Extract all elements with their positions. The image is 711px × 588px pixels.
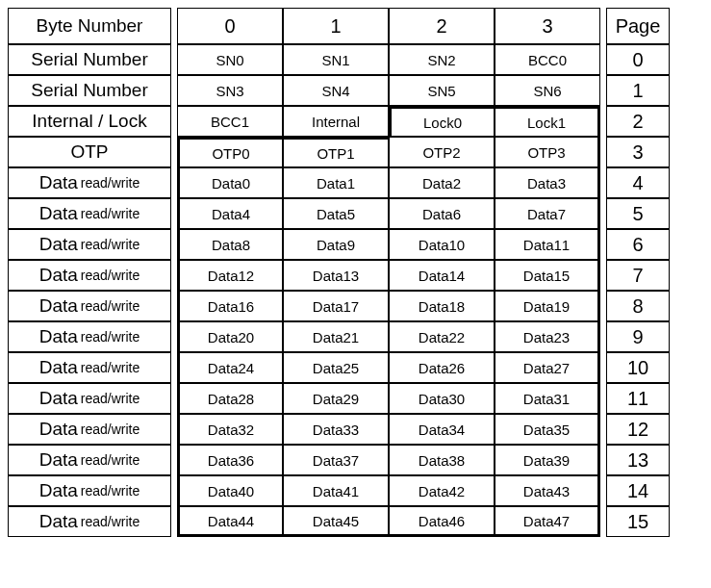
byte-cell: Data27 (495, 352, 600, 383)
row-label-sub: read/write (81, 514, 140, 529)
row-label: OTP (8, 137, 171, 167)
row-label: Dataread/write (8, 291, 171, 321)
page-cell: 5 (606, 198, 670, 229)
label-column: Byte Number Serial NumberSerial NumberIn… (8, 8, 171, 537)
row-label-sub: read/write (81, 483, 140, 499)
row-label: Dataread/write (8, 260, 171, 291)
byte-row: Data44Data45Data46Data47 (177, 506, 600, 537)
byte-cell: Data11 (495, 229, 600, 260)
page-cell: 1 (606, 75, 670, 106)
row-label: Dataread/write (8, 475, 171, 506)
byte-cell: Data40 (177, 475, 283, 506)
row-label-main: Data (39, 419, 78, 440)
byte-header-1: 1 (283, 8, 389, 44)
byte-cell: Data39 (495, 445, 600, 475)
byte-row: Data4Data5Data6Data7 (177, 198, 600, 229)
row-label-main: Data (39, 357, 78, 378)
byte-cell: Data47 (495, 506, 600, 537)
byte-cell: SN6 (495, 75, 600, 106)
byte-cell: BCC0 (495, 44, 600, 75)
byte-cell: Lock0 (389, 106, 495, 137)
byte-row: Data8Data9Data10Data11 (177, 229, 600, 260)
byte-cell: Data30 (389, 383, 495, 414)
byte-row: OTP0OTP1OTP2OTP3 (177, 137, 600, 167)
byte-cell: Data5 (283, 198, 389, 229)
row-label-sub: read/write (81, 175, 140, 191)
byte-cell: OTP2 (389, 137, 495, 167)
byte-row: Data12Data13Data14Data15 (177, 260, 600, 291)
page-cell: 11 (606, 383, 670, 414)
byte-row: Data40Data41Data42Data43 (177, 475, 600, 506)
row-label-main: OTP (70, 141, 108, 163)
byte-cell: Data43 (495, 475, 600, 506)
page-cell: 13 (606, 445, 670, 475)
row-label-main: Data (39, 449, 78, 471)
row-label-main: Data (39, 480, 78, 501)
page-cell: 12 (606, 414, 670, 445)
row-label-sub: read/write (81, 206, 140, 221)
byte-cell: Data36 (177, 445, 283, 475)
byte-cell: Data0 (177, 167, 283, 198)
row-label-main: Data (39, 326, 78, 347)
byte-row: SN3SN4SN5SN6 (177, 75, 600, 106)
byte-cell: Data31 (495, 383, 600, 414)
byte-cell: SN0 (177, 44, 283, 75)
row-label-main: Data (39, 172, 78, 193)
page-cell: 3 (606, 137, 670, 167)
row-label: Dataread/write (8, 383, 171, 414)
row-label: Dataread/write (8, 506, 171, 537)
byte-cell: Data22 (389, 321, 495, 352)
byte-row: Data36Data37Data38Data39 (177, 445, 600, 475)
byte-cell: SN1 (283, 44, 389, 75)
page-cell: 6 (606, 229, 670, 260)
page-cell: 4 (606, 167, 670, 198)
page-cell: 8 (606, 291, 670, 321)
page-cell: 15 (606, 506, 670, 537)
byte-cell: Data38 (389, 445, 495, 475)
byte-cell: Data16 (177, 291, 283, 321)
row-label-sub: read/write (81, 422, 140, 437)
byte-cell: Data37 (283, 445, 389, 475)
row-label-main: Serial Number (31, 49, 147, 70)
page-cell: 14 (606, 475, 670, 506)
byte-cell: Data28 (177, 383, 283, 414)
byte-cell: Data17 (283, 291, 389, 321)
byte-cell: Data3 (495, 167, 600, 198)
byte-row: Data28Data29Data30Data31 (177, 383, 600, 414)
row-label-sub: read/write (81, 452, 140, 468)
row-label-main: Data (39, 295, 78, 317)
row-label: Dataread/write (8, 321, 171, 352)
row-label-sub: read/write (81, 391, 140, 406)
byte-cell: Data9 (283, 229, 389, 260)
row-label: Serial Number (8, 44, 171, 75)
page-cell: 10 (606, 352, 670, 383)
row-label-main: Data (39, 388, 78, 409)
byte-cell: Data10 (389, 229, 495, 260)
byte-cell: Data4 (177, 198, 283, 229)
byte-cell: Data7 (495, 198, 600, 229)
byte-cell: OTP1 (283, 137, 389, 167)
row-label: Internal / Lock (8, 106, 171, 137)
page-header: Page (606, 8, 670, 44)
row-label: Dataread/write (8, 445, 171, 475)
byte-row: SN0SN1SN2BCC0 (177, 44, 600, 75)
byte-header-0: 0 (177, 8, 283, 44)
row-label-sub: read/write (81, 298, 140, 314)
byte-header-2: 2 (389, 8, 495, 44)
row-label-sub: read/write (81, 237, 140, 252)
page-cell: 0 (606, 44, 670, 75)
byte-cell: SN5 (389, 75, 495, 106)
byte-cell: OTP0 (177, 137, 283, 167)
byte-cell: SN2 (389, 44, 495, 75)
row-label: Dataread/write (8, 198, 171, 229)
byte-cell: Internal (283, 106, 389, 137)
byte-cell: Data46 (389, 506, 495, 537)
byte-columns: 0123 SN0SN1SN2BCC0SN3SN4SN5SN6BCC1Intern… (177, 8, 600, 537)
row-label: Dataread/write (8, 167, 171, 198)
byte-cell: Data13 (283, 260, 389, 291)
byte-cell: Data18 (389, 291, 495, 321)
row-label: Dataread/write (8, 229, 171, 260)
byte-cell: Data34 (389, 414, 495, 445)
byte-cell: Data8 (177, 229, 283, 260)
row-label-sub: read/write (81, 360, 140, 375)
